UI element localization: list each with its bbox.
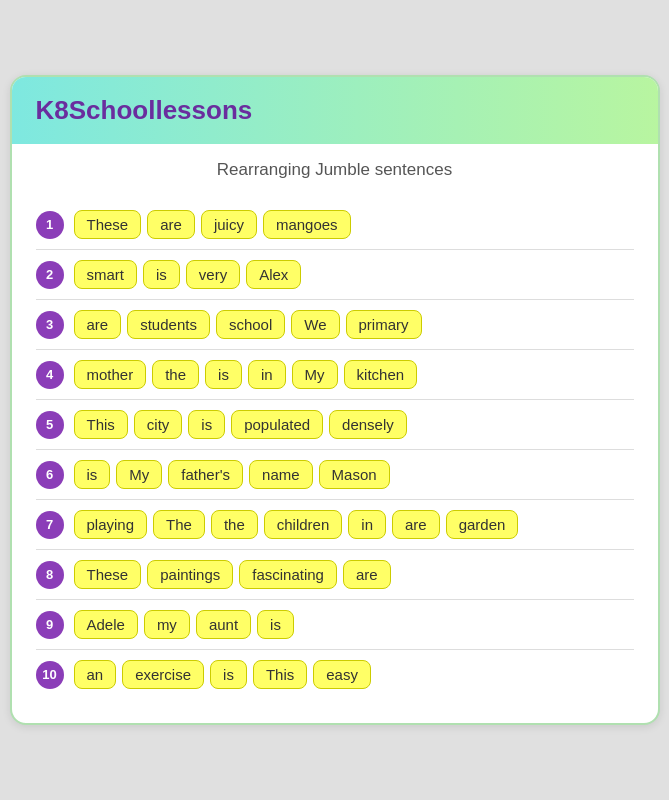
word-tag[interactable]: Alex <box>246 260 301 289</box>
word-tag[interactable]: easy <box>313 660 371 689</box>
number-badge: 7 <box>36 511 64 539</box>
word-tag[interactable]: exercise <box>122 660 204 689</box>
number-badge: 6 <box>36 461 64 489</box>
word-tag[interactable]: populated <box>231 410 323 439</box>
word-tag[interactable]: are <box>343 560 391 589</box>
sentences-list: 1Thesearejuicymangoes2smartisveryAlex3ar… <box>36 200 634 699</box>
word-tag[interactable]: We <box>291 310 339 339</box>
word-tag[interactable]: The <box>153 510 205 539</box>
word-tag[interactable]: My <box>116 460 162 489</box>
sentence-row: 5Thiscityispopulateddensely <box>36 400 634 450</box>
sentence-row: 8Thesepaintingsfascinatingare <box>36 550 634 600</box>
word-tag[interactable]: very <box>186 260 240 289</box>
word-tag[interactable]: paintings <box>147 560 233 589</box>
word-tag[interactable]: is <box>257 610 294 639</box>
word-tag[interactable]: students <box>127 310 210 339</box>
word-tag[interactable]: Adele <box>74 610 138 639</box>
word-tag[interactable]: densely <box>329 410 407 439</box>
word-tag[interactable]: the <box>211 510 258 539</box>
word-tag[interactable]: are <box>74 310 122 339</box>
word-tag[interactable]: is <box>210 660 247 689</box>
sentence-row: 4mothertheisinMykitchen <box>36 350 634 400</box>
sentence-row: 7playingThethechildreninaregarden <box>36 500 634 550</box>
word-tag[interactable]: school <box>216 310 285 339</box>
word-tag[interactable]: name <box>249 460 313 489</box>
word-tag[interactable]: mangoes <box>263 210 351 239</box>
word-tag[interactable]: My <box>292 360 338 389</box>
page-title: Rearranging Jumble sentences <box>36 160 634 180</box>
number-badge: 8 <box>36 561 64 589</box>
word-tag[interactable]: my <box>144 610 190 639</box>
sentence-row: 6isMyfather'snameMason <box>36 450 634 500</box>
sentence-row: 2smartisveryAlex <box>36 250 634 300</box>
word-tag[interactable]: an <box>74 660 117 689</box>
word-tag[interactable]: children <box>264 510 343 539</box>
number-badge: 4 <box>36 361 64 389</box>
number-badge: 1 <box>36 211 64 239</box>
sentence-row: 3arestudentsschoolWeprimary <box>36 300 634 350</box>
word-tag[interactable]: These <box>74 560 142 589</box>
word-tag[interactable]: in <box>348 510 386 539</box>
word-tag[interactable]: playing <box>74 510 148 539</box>
word-tag[interactable]: city <box>134 410 183 439</box>
word-tag[interactable]: smart <box>74 260 138 289</box>
word-tag[interactable]: garden <box>446 510 519 539</box>
number-badge: 9 <box>36 611 64 639</box>
word-tag[interactable]: primary <box>346 310 422 339</box>
word-tag[interactable]: kitchen <box>344 360 418 389</box>
header: K8Schoollessons <box>12 77 658 144</box>
word-tag[interactable]: the <box>152 360 199 389</box>
word-tag[interactable]: Mason <box>319 460 390 489</box>
number-badge: 5 <box>36 411 64 439</box>
sentence-row: 9Adelemyauntis <box>36 600 634 650</box>
word-tag[interactable]: fascinating <box>239 560 337 589</box>
word-tag[interactable]: is <box>143 260 180 289</box>
word-tag[interactable]: is <box>205 360 242 389</box>
word-tag[interactable]: These <box>74 210 142 239</box>
sentence-row: 10anexerciseisThiseasy <box>36 650 634 699</box>
word-tag[interactable]: is <box>74 460 111 489</box>
word-tag[interactable]: juicy <box>201 210 257 239</box>
word-tag[interactable]: This <box>74 410 128 439</box>
word-tag[interactable]: mother <box>74 360 147 389</box>
word-tag[interactable]: aunt <box>196 610 251 639</box>
sentence-row: 1Thesearejuicymangoes <box>36 200 634 250</box>
number-badge: 3 <box>36 311 64 339</box>
main-card: K8Schoollessons Rearranging Jumble sente… <box>10 75 660 725</box>
app-title: K8Schoollessons <box>36 95 253 125</box>
word-tag[interactable]: This <box>253 660 307 689</box>
word-tag[interactable]: are <box>147 210 195 239</box>
word-tag[interactable]: are <box>392 510 440 539</box>
word-tag[interactable]: in <box>248 360 286 389</box>
word-tag[interactable]: father's <box>168 460 243 489</box>
number-badge: 10 <box>36 661 64 689</box>
content-area: Rearranging Jumble sentences 1Theseareju… <box>12 144 658 723</box>
word-tag[interactable]: is <box>188 410 225 439</box>
number-badge: 2 <box>36 261 64 289</box>
